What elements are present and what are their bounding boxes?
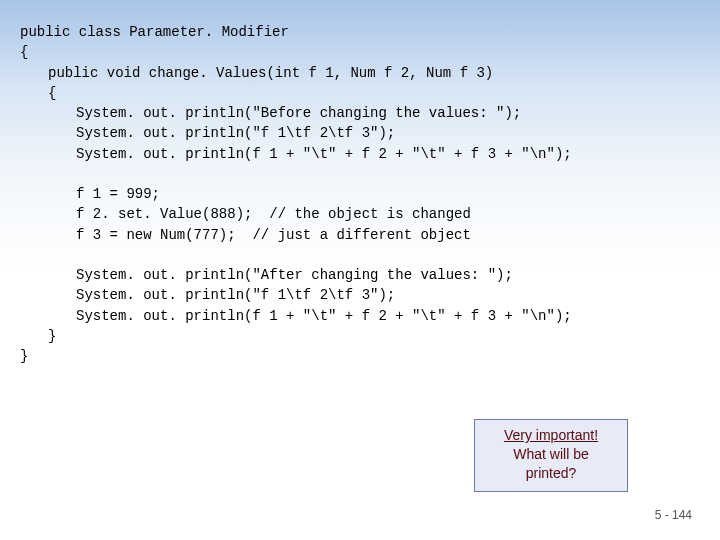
code-line: public class Parameter. Modifier	[20, 22, 700, 42]
code-line: {	[20, 83, 700, 103]
callout-line: printed?	[479, 464, 623, 483]
callout-line: What will be	[479, 445, 623, 464]
callout-line: Very important!	[479, 426, 623, 445]
blank-line	[20, 164, 700, 184]
callout-box: Very important! What will be printed?	[474, 419, 628, 492]
code-block: public class Parameter. Modifier { publi…	[0, 0, 720, 366]
code-line: }	[20, 346, 700, 366]
code-line: {	[20, 42, 700, 62]
code-line: f 1 = 999;	[20, 184, 700, 204]
page-number: 5 - 144	[655, 507, 692, 524]
code-line: public void change. Values(int f 1, Num …	[20, 63, 700, 83]
code-line: }	[20, 326, 700, 346]
code-line: System. out. println("f 1\tf 2\tf 3");	[20, 285, 700, 305]
blank-line	[20, 245, 700, 265]
code-line: System. out. println(f 1 + "\t" + f 2 + …	[20, 144, 700, 164]
code-line: System. out. println("Before changing th…	[20, 103, 700, 123]
code-line: System. out. println(f 1 + "\t" + f 2 + …	[20, 306, 700, 326]
code-line: f 2. set. Value(888); // the object is c…	[20, 204, 700, 224]
code-line: System. out. println("f 1\tf 2\tf 3");	[20, 123, 700, 143]
code-line: System. out. println("After changing the…	[20, 265, 700, 285]
code-line: f 3 = new Num(777); // just a different …	[20, 225, 700, 245]
